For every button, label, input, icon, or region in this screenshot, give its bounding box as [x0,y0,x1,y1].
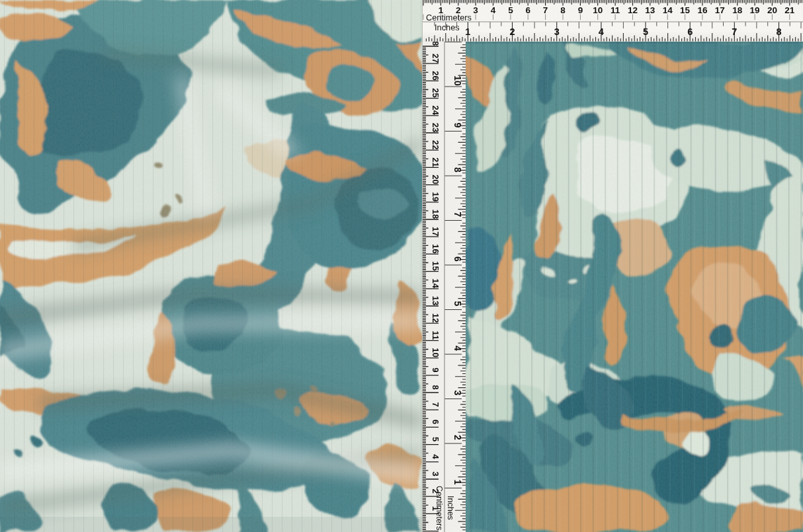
svg-text:7: 7 [543,5,548,15]
svg-text:3: 3 [473,5,478,15]
svg-text:8: 8 [560,5,566,15]
svg-text:4: 4 [431,454,441,459]
svg-text:11: 11 [431,331,441,340]
svg-text:20: 20 [431,174,441,184]
svg-text:6: 6 [687,26,693,37]
svg-text:13: 13 [431,296,441,305]
svg-text:19: 19 [431,192,441,202]
svg-text:15: 15 [431,261,441,270]
svg-text:9: 9 [452,123,463,128]
svg-text:2: 2 [452,435,463,440]
svg-text:8: 8 [452,167,463,172]
svg-text:7: 7 [452,212,463,217]
svg-text:18: 18 [732,5,743,15]
svg-text:21: 21 [784,5,795,15]
svg-text:Inches: Inches [446,496,455,520]
svg-text:11: 11 [611,5,620,15]
svg-text:Centimeters: Centimeters [435,486,444,530]
svg-text:20: 20 [767,5,777,15]
svg-text:16: 16 [697,5,708,15]
svg-text:15: 15 [680,5,691,15]
svg-text:Inches: Inches [435,22,460,32]
svg-text:9: 9 [578,5,583,15]
svg-text:4: 4 [452,346,463,351]
svg-text:9: 9 [431,367,441,372]
svg-text:3: 3 [554,26,560,37]
svg-text:4: 4 [599,26,604,37]
svg-text:13: 13 [645,5,655,15]
svg-text:5: 5 [452,301,463,307]
svg-text:14: 14 [663,5,673,15]
svg-text:Centimeters: Centimeters [426,13,472,22]
svg-text:27: 27 [431,54,441,63]
svg-text:4: 4 [491,5,496,15]
svg-text:1: 1 [452,480,463,485]
svg-text:8: 8 [776,26,781,37]
svg-text:14: 14 [431,279,441,289]
svg-text:17: 17 [715,5,725,15]
svg-text:1: 1 [465,26,470,37]
svg-text:12: 12 [628,5,638,15]
svg-text:17: 17 [431,227,441,236]
svg-text:8: 8 [431,385,441,389]
svg-text:3: 3 [431,471,441,476]
svg-text:6: 6 [431,420,441,424]
svg-text:5: 5 [643,26,648,37]
svg-text:19: 19 [750,5,760,15]
svg-text:2: 2 [509,26,515,37]
svg-text:10: 10 [452,75,463,86]
svg-text:24: 24 [431,106,441,116]
svg-text:12: 12 [431,313,441,323]
svg-text:7: 7 [732,26,737,37]
svg-text:6: 6 [525,5,530,15]
svg-text:3: 3 [452,391,463,396]
svg-text:21: 21 [431,157,441,167]
svg-text:22: 22 [431,140,441,149]
svg-text:23: 23 [431,123,441,132]
svg-text:5: 5 [508,5,513,15]
svg-text:18: 18 [431,209,441,219]
svg-text:5: 5 [431,437,441,441]
svg-text:25: 25 [431,88,441,97]
svg-text:16: 16 [431,244,441,253]
svg-text:7: 7 [431,402,441,407]
svg-text:6: 6 [452,256,463,262]
svg-text:26: 26 [431,71,441,80]
svg-text:10: 10 [431,348,441,357]
svg-text:10: 10 [593,5,603,15]
